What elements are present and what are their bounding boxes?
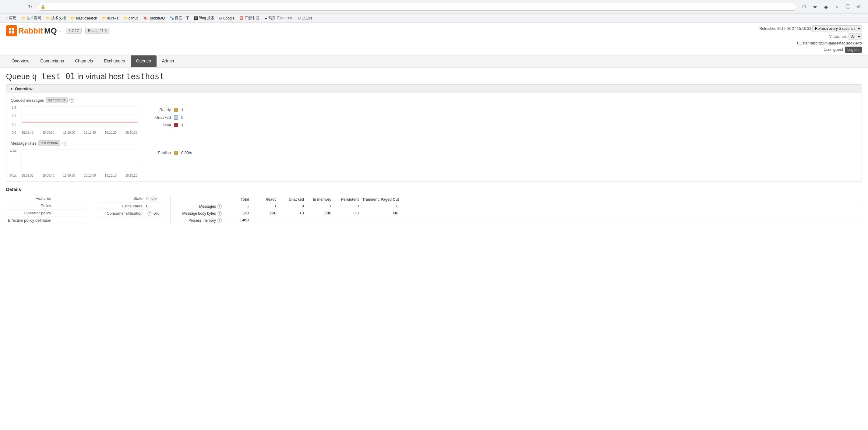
detail-key-operator-policy: Operator policy — [6, 211, 55, 215]
bookmark-icon: 📁 — [46, 16, 50, 20]
bookmark-bing-搜索[interactable]: 🅱Bing 搜索 — [192, 15, 216, 21]
bookmark-icon: 📁 — [102, 16, 106, 20]
svg-rect-2 — [9, 31, 11, 33]
bookmark-label: github — [128, 16, 138, 21]
stat-label-total: Total — [150, 123, 171, 127]
url-input[interactable]: localhost:15672/#/queues/testhost/q_test… — [48, 5, 794, 9]
nav-item-connections[interactable]: Connections — [35, 55, 69, 67]
msg-val-total-process-memory: 14kiB — [225, 218, 253, 223]
msg-val-ready-messages: 1 — [253, 204, 280, 209]
process-memory-help-icon[interactable]: ? — [217, 218, 222, 223]
queued-messages-x-labels: 15:09:40 15:09:50 15:10:00 15:10:10 15:1… — [22, 131, 137, 134]
details-section: Details Features Policy Operator policy — [6, 187, 862, 224]
overview-section-body: Queued messages last minute ? 1.5 1.0 0.… — [6, 93, 862, 182]
messages-help-icon[interactable]: ? — [217, 204, 222, 209]
message-rates-stats: Publish 0.00/s — [150, 149, 204, 156]
stat-value-unacked: 0 — [181, 115, 183, 120]
details-right-col: Total Ready Unacked In memory Persistent… — [170, 195, 862, 224]
message-rates-help-icon[interactable]: ? — [62, 141, 67, 146]
consumer-util-help-icon[interactable]: ? — [147, 211, 152, 216]
msg-val-persistent-bytes: 0iB — [335, 211, 363, 216]
bookmark-技术文档[interactable]: 📁技术文档 — [44, 15, 68, 21]
bookmark-google[interactable]: GGoogle — [217, 16, 236, 21]
detail-consumers: Consumers 0 — [97, 203, 164, 210]
queued-messages-chart-area: 1.5 1.0 0.5 0.0 — [11, 106, 137, 134]
message-rates-title: Message rates — [11, 141, 36, 146]
extension-icon[interactable]: ◆ — [822, 2, 830, 11]
bookmark-rabbitmq[interactable]: 🔖RabbitMQ — [141, 16, 166, 21]
queue-name: q_test_01 — [32, 72, 75, 81]
message-rates-chart-row: 1.0/s 0.0/s — [11, 149, 857, 177]
refresh-button[interactable]: ↻ — [26, 2, 34, 11]
stat-label-ready: Ready — [150, 108, 171, 112]
msg-val-transient-bytes: 0iB — [363, 211, 402, 216]
account-icon[interactable]: ☺ — [855, 2, 863, 11]
back-button[interactable]: ← — [4, 2, 12, 11]
message-rates-chart-area: 1.0/s 0.0/s — [11, 149, 137, 177]
stat-color-unacked — [174, 115, 178, 120]
bookmark-label: eureka — [107, 16, 119, 21]
msg-stats: Total Ready Unacked In memory Persistent… — [177, 197, 862, 224]
overview-section: ▼ Overview Queued messages last minute ?… — [6, 84, 862, 182]
bookmark-elasticsearch[interactable]: 📁elasticsearch — [69, 16, 99, 21]
msg-val-transient-process-memory — [363, 218, 402, 223]
detail-state: State idle — [97, 195, 164, 203]
col-header-label — [177, 197, 225, 202]
bookmark-label: Google — [223, 16, 235, 21]
shield-icon[interactable]: ▹ — [833, 2, 841, 11]
browser-icon-group: □ ★ ◆ ▹ ⓘ ☺ — [800, 2, 864, 11]
overview-section-header[interactable]: ▼ Overview — [6, 85, 862, 93]
bookmark-github[interactable]: 📁github — [122, 16, 141, 21]
refreshed-text: Refreshed 2019-08-27 15:10:32 — [760, 27, 811, 31]
bookmark-icon: 🔖 — [143, 16, 147, 20]
page-content: Queue q_test_01 in virtual host testhost… — [0, 68, 868, 230]
nav-item-overview[interactable]: Overview — [6, 55, 35, 67]
detail-value-state: idle — [146, 196, 157, 201]
bookmark-label: 技术文档 — [51, 16, 66, 21]
message-rates-container: Message rates last minute ? 1.0/s 0.0/s — [11, 141, 857, 177]
nav-item-queues[interactable]: Queues — [131, 55, 157, 67]
forward-button[interactable]: → — [14, 2, 23, 11]
message-rates-x-labels: 15:09:30 15:09:40 15:09:50 15:10:00 15:1… — [22, 174, 137, 177]
svg-rect-1 — [12, 28, 14, 30]
bookmark-百度一下[interactable]: 🐾百度一下 — [168, 15, 191, 21]
idle-indicator: idle — [146, 196, 157, 201]
app-container: RabbitMQ · 3.7.17 Erlang 21.3 Refreshed … — [0, 23, 868, 430]
vh-select[interactable]: All — [848, 33, 862, 40]
stat-row-total: Total 1 — [150, 121, 204, 129]
queued-messages-chart-row: 1.5 1.0 0.5 0.0 — [11, 106, 857, 134]
bookmark-label: 码云 Gitee.com — [268, 16, 293, 21]
bookmark-label: elasticsearch — [76, 16, 97, 21]
bookmark-码云-gitee.com[interactable]: ☁码云 Gitee.com — [262, 15, 295, 21]
body-bytes-help-icon[interactable]: ? — [217, 211, 222, 216]
cast-icon[interactable]: □ — [800, 2, 808, 11]
address-bar: 🔒 localhost:15672/#/queues/testhost/q_te… — [36, 3, 797, 11]
col-header-inmemory: In memory — [308, 197, 335, 202]
info-icon[interactable]: ⓘ — [844, 2, 852, 11]
stat-row-unacked: Unacked 0 — [150, 114, 204, 121]
msg-val-ready-process-memory — [253, 218, 280, 223]
bookmark-eureka[interactable]: 📁eureka — [100, 16, 120, 21]
refresh-select[interactable]: Refresh every 5 seconds — [812, 25, 862, 32]
bookmark-csdn[interactable]: CCSDN — [296, 16, 314, 21]
bookmark-开源中国[interactable]: ⭕开源中国 — [238, 15, 261, 21]
cluster-line: Cluster rabbit@lihuandeMacBook-Pro — [760, 41, 862, 45]
bookmark-技术官网[interactable]: 📁技术官网 — [20, 15, 43, 21]
queued-messages-help-icon[interactable]: ? — [69, 98, 74, 103]
top-bar: RabbitMQ · 3.7.17 Erlang 21.3 Refreshed … — [0, 23, 868, 55]
version-badge: 3.7.17 — [66, 28, 81, 34]
nav-item-channels[interactable]: Channels — [69, 55, 98, 67]
collapse-icon: ▼ — [10, 87, 13, 90]
nav-item-admin[interactable]: Admin — [157, 55, 180, 67]
msg-val-total-bytes: 12iB — [225, 211, 253, 216]
stat-label-publish: Publish — [150, 150, 171, 155]
message-rates-label: Message rates last minute ? — [11, 141, 857, 146]
nav-item-exchanges[interactable]: Exchanges — [98, 55, 130, 67]
bookmark-icon: 📁 — [123, 16, 128, 20]
detail-key-features: Features — [6, 196, 55, 201]
msg-val-inmemory-messages: 1 — [308, 204, 335, 209]
bookmark-应用[interactable]: ⊞应用 — [4, 15, 18, 21]
bookmark-icon[interactable]: ★ — [811, 2, 819, 11]
logout-button[interactable]: Log out — [845, 47, 862, 53]
msg-row-process-memory: Process memory ? 14kiB — [177, 217, 862, 224]
